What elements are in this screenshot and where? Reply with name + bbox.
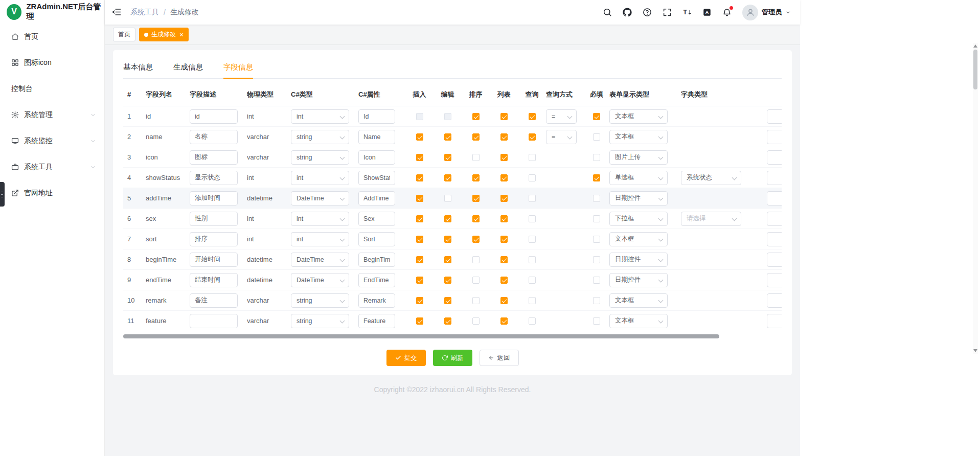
edit-checkbox[interactable] — [444, 256, 451, 263]
required-checkbox[interactable] — [593, 256, 600, 263]
tag-item[interactable]: 生成修改× — [139, 28, 189, 41]
required-checkbox[interactable] — [593, 154, 600, 161]
required-checkbox[interactable] — [593, 236, 600, 243]
sort-checkbox[interactable] — [472, 317, 480, 325]
csharp-type-select[interactable]: DateTime — [291, 273, 349, 287]
column-description-input[interactable] — [190, 150, 238, 165]
query-checkbox[interactable] — [529, 317, 536, 325]
edit-checkbox[interactable] — [444, 215, 451, 222]
overflow-input[interactable] — [767, 314, 782, 328]
scroll-up-icon[interactable] — [973, 44, 977, 48]
app-logo[interactable]: V ZRAdmin.NET后台管理 — [0, 0, 104, 24]
overflow-input[interactable] — [767, 171, 782, 185]
edit-checkbox[interactable] — [444, 236, 451, 243]
display-type-select[interactable]: 下拉框 — [609, 212, 668, 226]
tab-字段信息[interactable]: 字段信息 — [223, 60, 253, 78]
sort-checkbox[interactable] — [472, 256, 480, 263]
vertical-scrollbar[interactable] — [973, 43, 978, 354]
overflow-input[interactable] — [767, 109, 782, 124]
sort-checkbox[interactable] — [472, 113, 480, 120]
required-checkbox[interactable] — [593, 317, 600, 325]
sort-checkbox[interactable] — [472, 133, 480, 141]
overflow-input[interactable] — [767, 293, 782, 308]
overflow-input[interactable] — [767, 150, 782, 165]
sidebar-item-system-tools[interactable]: 系统工具 — [0, 154, 104, 180]
edit-checkbox[interactable] — [444, 317, 451, 325]
bell-icon[interactable] — [722, 8, 732, 17]
column-description-input[interactable] — [190, 314, 238, 328]
column-description-input[interactable] — [190, 109, 238, 124]
required-checkbox[interactable] — [593, 174, 600, 181]
overflow-input[interactable] — [767, 212, 782, 226]
sidebar-item-official-site[interactable]: 官网地址 — [0, 180, 104, 206]
user-menu[interactable]: 管理员 — [742, 5, 791, 20]
csharp-type-select[interactable]: int — [291, 212, 349, 226]
tag-item[interactable]: 首页 — [113, 28, 135, 41]
csharp-type-select[interactable]: int — [291, 171, 349, 185]
edit-checkbox[interactable] — [444, 154, 451, 161]
edit-checkbox[interactable] — [444, 277, 451, 284]
insert-checkbox[interactable] — [416, 133, 423, 141]
column-description-input[interactable] — [190, 171, 238, 185]
csharp-type-select[interactable]: int — [291, 109, 349, 124]
breadcrumb-parent[interactable]: 系统工具 — [130, 8, 159, 17]
required-checkbox[interactable] — [593, 113, 600, 120]
csharp-type-select[interactable]: int — [291, 232, 349, 246]
help-icon[interactable] — [643, 8, 652, 17]
overflow-input[interactable] — [767, 130, 782, 144]
close-icon[interactable]: × — [179, 31, 184, 38]
display-type-select[interactable]: 日期控件 — [609, 253, 668, 267]
csharp-type-select[interactable]: string — [291, 293, 349, 308]
sort-checkbox[interactable] — [472, 154, 480, 161]
query-checkbox[interactable] — [529, 297, 536, 304]
display-type-select[interactable]: 日期控件 — [609, 191, 668, 206]
query-checkbox[interactable] — [529, 154, 536, 161]
list-checkbox[interactable] — [500, 215, 508, 222]
csharp-property-input[interactable] — [358, 171, 395, 185]
refresh-button[interactable]: 刷新 — [433, 350, 472, 366]
query-checkbox[interactable] — [529, 174, 536, 181]
display-type-select[interactable]: 文本框 — [609, 130, 668, 144]
insert-checkbox[interactable] — [416, 317, 423, 325]
query-method-select[interactable]: = — [546, 109, 577, 124]
display-type-select[interactable]: 文本框 — [609, 293, 668, 308]
csharp-property-input[interactable] — [358, 212, 395, 226]
overflow-input[interactable] — [767, 273, 782, 287]
csharp-property-input[interactable] — [358, 232, 395, 246]
insert-checkbox[interactable] — [416, 236, 423, 243]
csharp-property-input[interactable] — [358, 150, 395, 165]
display-type-select[interactable]: 日期控件 — [609, 273, 668, 287]
list-checkbox[interactable] — [500, 195, 508, 202]
github-icon[interactable] — [623, 8, 632, 17]
display-type-select[interactable]: 单选框 — [609, 171, 668, 185]
insert-checkbox[interactable] — [416, 277, 423, 284]
overflow-input[interactable] — [767, 232, 782, 246]
sidebar-item-home[interactable]: 首页 — [0, 24, 104, 50]
list-checkbox[interactable] — [500, 113, 508, 120]
insert-checkbox[interactable] — [416, 215, 423, 222]
csharp-property-input[interactable] — [358, 273, 395, 287]
list-checkbox[interactable] — [500, 133, 508, 141]
font-size-icon[interactable]: T — [682, 8, 692, 17]
query-checkbox[interactable] — [529, 256, 536, 263]
dict-type-select[interactable]: 系统状态 — [681, 171, 741, 185]
csharp-type-select[interactable]: DateTime — [291, 253, 349, 267]
sidebar-item-system-monitor[interactable]: 系统监控 — [0, 128, 104, 154]
query-checkbox[interactable] — [529, 236, 536, 243]
query-checkbox[interactable] — [529, 215, 536, 222]
insert-checkbox[interactable] — [416, 256, 423, 263]
overflow-input[interactable] — [767, 191, 782, 206]
edit-checkbox[interactable] — [444, 297, 451, 304]
csharp-property-input[interactable] — [358, 314, 395, 328]
csharp-type-select[interactable]: string — [291, 150, 349, 165]
horizontal-scrollbar[interactable] — [123, 334, 782, 338]
sidebar-item-console[interactable]: 控制台 — [0, 76, 104, 102]
column-description-input[interactable] — [190, 212, 238, 226]
settings-drawer-handle[interactable] — [0, 182, 5, 207]
vertical-scrollbar-thumb[interactable] — [973, 50, 977, 89]
list-checkbox[interactable] — [500, 154, 508, 161]
insert-checkbox[interactable] — [416, 297, 423, 304]
sidebar-toggle-icon[interactable] — [112, 7, 122, 17]
required-checkbox[interactable] — [593, 297, 600, 304]
query-checkbox[interactable] — [529, 113, 536, 120]
